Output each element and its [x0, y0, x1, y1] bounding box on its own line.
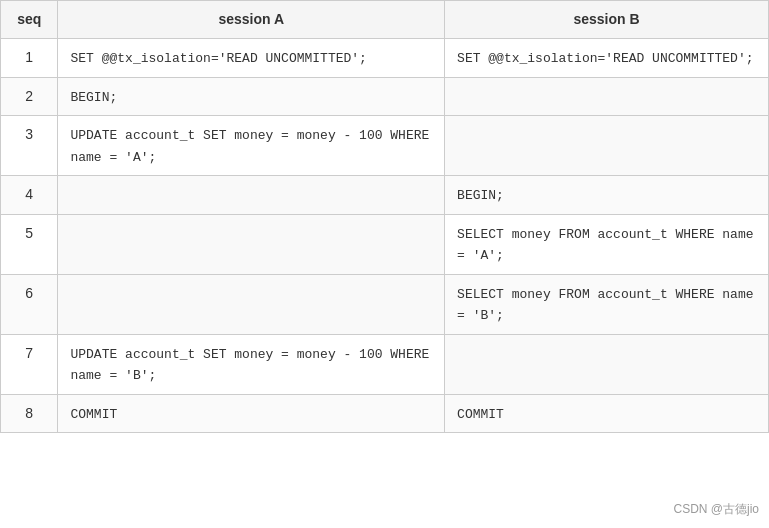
session-a-cell — [58, 176, 445, 215]
header-seq: seq — [1, 1, 58, 39]
table-row: 4BEGIN; — [1, 176, 769, 215]
seq-cell: 1 — [1, 39, 58, 78]
seq-cell: 3 — [1, 116, 58, 176]
seq-cell: 8 — [1, 394, 58, 433]
table-row: 6SELECT money FROM account_t WHERE name … — [1, 274, 769, 334]
transaction-table: seq session A session B 1SET @@tx_isolat… — [0, 0, 769, 433]
session-b-code: SELECT money FROM account_t WHERE name =… — [457, 287, 761, 324]
table-row: 5SELECT money FROM account_t WHERE name … — [1, 214, 769, 274]
session-a-cell: BEGIN; — [58, 77, 445, 116]
session-b-cell — [445, 77, 769, 116]
table-row: 8COMMITCOMMIT — [1, 394, 769, 433]
table-row: 2BEGIN; — [1, 77, 769, 116]
session-a-cell — [58, 274, 445, 334]
header-session-b: session B — [445, 1, 769, 39]
seq-cell: 7 — [1, 334, 58, 394]
session-b-code: SET @@tx_isolation='READ UNCOMMITTED'; — [457, 51, 753, 66]
seq-cell: 5 — [1, 214, 58, 274]
session-b-cell: BEGIN; — [445, 176, 769, 215]
session-a-cell: SET @@tx_isolation='READ UNCOMMITTED'; — [58, 39, 445, 78]
header-session-a: session A — [58, 1, 445, 39]
session-a-code: SET @@tx_isolation='READ UNCOMMITTED'; — [70, 51, 366, 66]
seq-cell: 6 — [1, 274, 58, 334]
watermark: CSDN @古德jio — [673, 501, 759, 518]
session-b-cell: SELECT money FROM account_t WHERE name =… — [445, 214, 769, 274]
session-a-cell: COMMIT — [58, 394, 445, 433]
session-a-cell: UPDATE account_t SET money = money - 100… — [58, 334, 445, 394]
table-row: 7UPDATE account_t SET money = money - 10… — [1, 334, 769, 394]
session-a-code: COMMIT — [70, 407, 117, 422]
session-b-cell: COMMIT — [445, 394, 769, 433]
session-b-code: COMMIT — [457, 407, 504, 422]
session-b-code: SELECT money FROM account_t WHERE name =… — [457, 227, 761, 264]
session-a-code: BEGIN; — [70, 90, 117, 105]
session-b-cell: SET @@tx_isolation='READ UNCOMMITTED'; — [445, 39, 769, 78]
session-b-cell: SELECT money FROM account_t WHERE name =… — [445, 274, 769, 334]
session-b-code: BEGIN; — [457, 188, 504, 203]
session-b-cell — [445, 116, 769, 176]
seq-cell: 2 — [1, 77, 58, 116]
session-b-cell — [445, 334, 769, 394]
table-row: 1SET @@tx_isolation='READ UNCOMMITTED';S… — [1, 39, 769, 78]
session-a-cell: UPDATE account_t SET money = money - 100… — [58, 116, 445, 176]
session-a-code: UPDATE account_t SET money = money - 100… — [70, 128, 437, 165]
session-a-cell — [58, 214, 445, 274]
session-a-code: UPDATE account_t SET money = money - 100… — [70, 347, 437, 384]
table-row: 3UPDATE account_t SET money = money - 10… — [1, 116, 769, 176]
seq-cell: 4 — [1, 176, 58, 215]
